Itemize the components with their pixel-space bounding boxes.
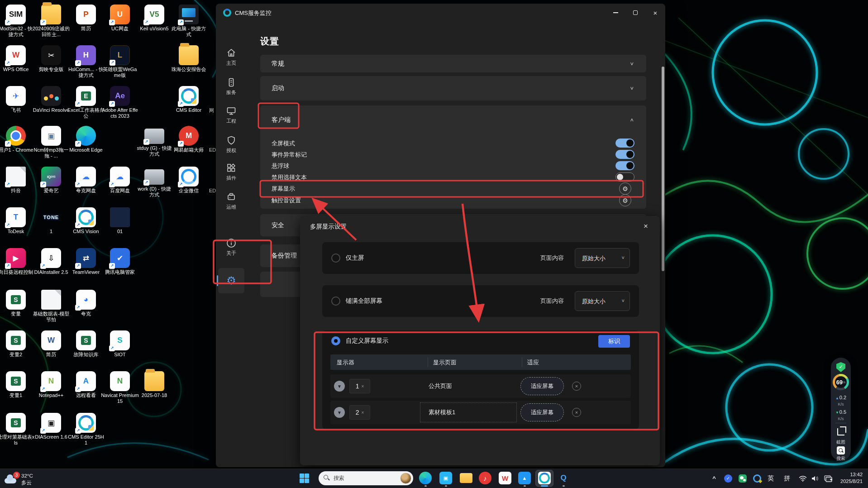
identify-button[interactable]: 标识	[598, 335, 630, 348]
fit-screen-button[interactable]: 适应屏幕	[520, 403, 564, 421]
toggle-on[interactable]	[615, 161, 634, 170]
tray-wechat-icon[interactable]	[738, 469, 748, 488]
search-icon[interactable]	[831, 446, 851, 456]
remove-monitor-icon[interactable]: ×	[361, 410, 364, 415]
desktop-icon-hslcomm[interactable]: H↗HslComm... - 快捷方式	[67, 45, 105, 78]
desktop-icon-after-effects-2023[interactable]: Ae↗Adobe After Effects 2023	[101, 86, 139, 119]
option-main-screen-only[interactable]: 仅主屏 页面内容 原始大小 ˅	[322, 242, 639, 274]
sidebar-item-shield[interactable]: 授权	[216, 135, 247, 154]
desktop-icon-baidu-pan[interactable]: ☁↗百度网盘	[101, 167, 139, 194]
gear-button[interactable]: ⚙	[619, 182, 631, 195]
desktop-icon-modsim32[interactable]: SIM↗ModSim32 - 快捷方式	[0, 5, 35, 38]
wifi-icon[interactable]	[797, 469, 808, 488]
desktop-icon-cms-vision[interactable]: ↗CMS Vision	[67, 207, 105, 234]
desktop-icon-sunlogin[interactable]: ▶↗向日葵远程控制	[0, 248, 35, 275]
desktop-icon-cms-editor[interactable]: ↗CMS Editor	[170, 86, 208, 113]
remove-row-icon[interactable]: ×	[572, 382, 581, 391]
taskbar-meeting-icon[interactable]: ▲	[518, 472, 531, 484]
taskbar-wps-icon[interactable]: W	[499, 472, 511, 484]
taskbar-clock[interactable]: 13:42 2025/8/21	[840, 471, 863, 485]
desktop-icon-jichu-shuju[interactable]: 基础数据表-模型节拍	[32, 290, 70, 323]
minimize-button[interactable]	[606, 4, 625, 22]
desktop-icon-jianli-doc[interactable]: W简历	[32, 330, 70, 358]
desktop-icon-folder-20250718[interactable]: 2025-07-18	[135, 371, 173, 398]
sidebar-item-server[interactable]: 服务	[216, 77, 247, 96]
desktop-icon-diainstaller[interactable]: ⇩↗DIAInstaller 2.5	[32, 248, 70, 275]
desktop-icon-bianliang1[interactable]: S变量1	[0, 371, 35, 398]
taskbar-netease-music-icon[interactable]: ♪	[479, 472, 491, 484]
row-caret-icon[interactable]: ▼	[334, 407, 345, 418]
desktop-icon-folder-20240909[interactable]: ↗20240909忠诚的回答主...	[32, 5, 70, 38]
desktop-icon-tone-1[interactable]: TONE1	[32, 207, 70, 234]
desktop-icon-quark[interactable]: ◕↗夸克	[67, 290, 105, 317]
monitor-chip[interactable]: 1 ×	[349, 379, 370, 393]
desktop-icon-jianli-ppt[interactable]: P简历	[67, 5, 105, 32]
chevron-down-icon[interactable]: ˅	[630, 60, 634, 67]
sidebar-item-about[interactable]: 关于	[216, 238, 247, 257]
taskbar-weather[interactable]: 3 32°C 多云	[4, 471, 33, 486]
monitor-chip[interactable]: 2 ×	[349, 405, 370, 420]
radio-selected[interactable]	[331, 336, 340, 345]
desktop-icon-stduy-g[interactable]: ↗stduy (G) - 快捷方式	[135, 126, 173, 157]
desktop-icon-excel-sheet[interactable]: E↗Excel工作表格办公	[67, 86, 105, 119]
section-card-startup[interactable]: 启动 ˅	[260, 76, 646, 100]
start-button[interactable]	[300, 474, 309, 483]
scrollbar[interactable]	[662, 67, 664, 271]
desktop-icon-netease-mail[interactable]: M↗网易邮箱大师	[170, 126, 208, 153]
maximize-button[interactable]	[625, 4, 645, 22]
sidebar-item-home[interactable]: 主页	[216, 48, 247, 67]
desktop-icon-teamviewer[interactable]: ⇄↗TeamViewer	[67, 248, 105, 275]
sidebar-item-plugin[interactable]: 插件	[216, 163, 247, 182]
toggle-on[interactable]	[615, 150, 634, 159]
desktop-icon-jianying[interactable]: ✂剪映专业版	[32, 45, 70, 72]
tray-chevron-icon[interactable]: ^	[710, 469, 719, 488]
section-card-general[interactable]: 常规 ˅	[260, 55, 646, 72]
remove-row-icon[interactable]: ×	[572, 408, 581, 417]
sidebar-item-settings[interactable]: ⚙	[218, 268, 244, 293]
row-caret-icon[interactable]: ▼	[334, 381, 345, 392]
sidebar-item-ops[interactable]: 运维	[216, 192, 247, 211]
desktop-icon-wps-office[interactable]: W↗WPS Office	[0, 45, 35, 72]
desktop-icon-bianliang[interactable]: S变量	[0, 290, 35, 317]
taskbar-search[interactable]: 搜索	[319, 471, 413, 485]
sidebar-item-monitor[interactable]: 工程	[216, 106, 247, 124]
desktop-icon-uc-pan[interactable]: U↗UC网盘	[101, 5, 139, 32]
tray-shield-icon[interactable]: ✓	[723, 469, 733, 488]
radio-unselected[interactable]	[331, 297, 340, 306]
desktop-icon-diascreen[interactable]: ▣↗DIAScreen 1.6	[32, 413, 70, 440]
taskbar-cms-monitor-icon[interactable]	[538, 472, 551, 484]
desktop-icon-todesk[interactable]: T↗ToDesk	[0, 207, 35, 234]
desktop-icon-bianliang2[interactable]: S变量2	[0, 330, 35, 358]
chevron-down-icon[interactable]: ˅	[630, 85, 634, 92]
desktop-icon-davinci-resolve[interactable]: DaVinci Resolve	[32, 86, 70, 113]
window-titlebar[interactable]: CMS服务监控 ×	[216, 4, 665, 22]
page-size-dropdown[interactable]: 原始大小 ˅	[575, 291, 630, 311]
desktop-icon-lol-wegame[interactable]: L↗英雄联盟WeGame版	[101, 45, 139, 78]
desktop-icon-folder-zhuhai[interactable]: 珠海公安报告会	[170, 45, 208, 72]
desktop-icon-iqiyi[interactable]: iQIYI↗爱奇艺	[32, 167, 70, 194]
desktop-icon-work-d[interactable]: ↗work (D) - 快捷方式	[135, 167, 173, 198]
tray-ime-pinyin[interactable]: 拼	[782, 469, 792, 488]
close-button[interactable]: ×	[645, 4, 665, 22]
desktop-icon-tencent-pc-manager[interactable]: ✔↗腾讯电脑管家	[101, 248, 139, 275]
dialog-close-icon[interactable]: ×	[639, 220, 653, 233]
desktop-icon-keil-uvision5[interactable]: V5↗Keil uVision5	[135, 5, 173, 32]
radio-unselected[interactable]	[331, 254, 340, 263]
desktop-icon-microsoft-edge[interactable]: ↗Microsoft Edge	[67, 126, 105, 153]
tray-qq-icon[interactable]	[752, 469, 762, 488]
toggle-on[interactable]	[615, 139, 634, 148]
desktop-icon-guzhang-kb[interactable]: S故障知识库	[67, 330, 105, 358]
taskbar-edge-icon[interactable]	[419, 472, 432, 484]
desktop-icon-chuli-duice-xls[interactable]: S处理对策基础表xls	[0, 413, 35, 446]
desktop-icon-file-01[interactable]: 01	[101, 207, 139, 234]
performance-gauge[interactable]: 69%	[833, 374, 849, 390]
security-shield-icon[interactable]: ✓	[836, 362, 845, 372]
volume-icon[interactable]	[810, 469, 820, 488]
desktop-icon-feishu[interactable]: ✈飞书	[0, 86, 35, 113]
desktop-icon-siot[interactable]: S↗SIOT	[101, 330, 139, 358]
desktop-icon-douyin[interactable]: ↗抖音	[0, 167, 35, 194]
desktop-icon-cms-editor-25h1[interactable]: ↗CMS Editor 25H1	[67, 413, 105, 446]
chevron-up-icon[interactable]: ˄	[630, 117, 634, 124]
toggle-off[interactable]	[615, 172, 634, 182]
desktop-icon-this-pc[interactable]: ↗此电脑 - 快捷方式	[170, 5, 208, 38]
